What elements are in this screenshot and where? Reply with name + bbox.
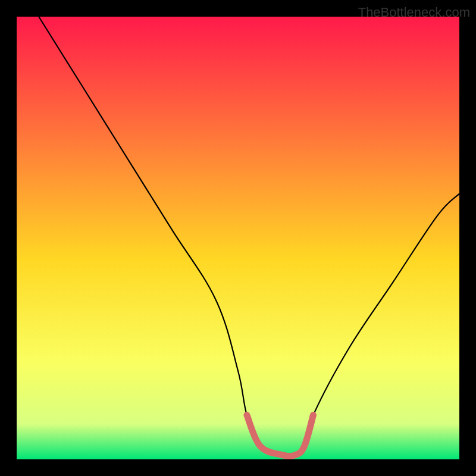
chart-container: TheBottleneck.com bbox=[0, 0, 476, 476]
bottleneck-chart bbox=[0, 0, 476, 476]
watermark-text: TheBottleneck.com bbox=[358, 5, 470, 20]
plot-background bbox=[17, 17, 459, 459]
